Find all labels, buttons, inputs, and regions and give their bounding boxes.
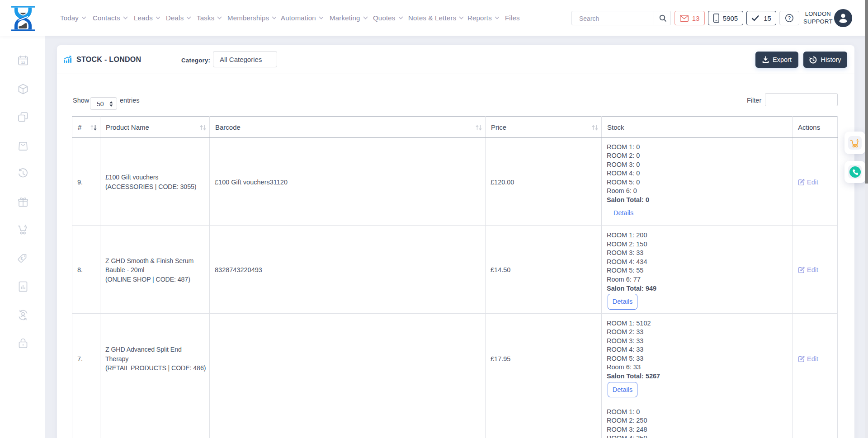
svg-text:12: 12 [21,61,25,65]
svg-text:£: £ [21,256,23,261]
svg-text:?: ? [788,15,791,21]
